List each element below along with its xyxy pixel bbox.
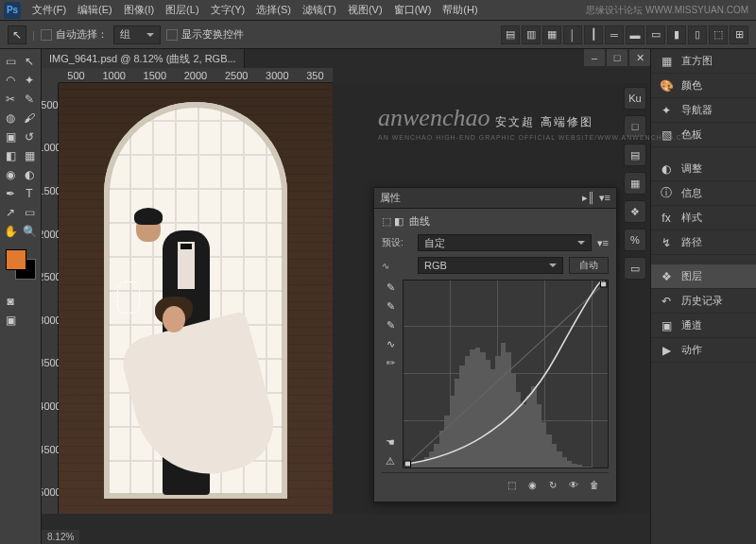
type-tool[interactable]: T: [21, 185, 38, 202]
blur-tool[interactable]: ◉: [2, 166, 19, 183]
panel-tab[interactable]: ⓘ信息: [651, 181, 756, 206]
dock-icon[interactable]: ▭: [624, 257, 646, 280]
hand-point-icon[interactable]: ☚: [382, 434, 399, 450]
foreground-color[interactable]: [6, 249, 26, 270]
move-tool[interactable]: ↖: [21, 53, 38, 70]
auto-select-dropdown[interactable]: 组: [113, 26, 161, 44]
preset-dropdown[interactable]: 自定: [418, 234, 592, 251]
align-icon[interactable]: ▮: [667, 26, 686, 44]
align-icon[interactable]: │: [563, 26, 582, 44]
wand-tool[interactable]: ✦: [21, 72, 38, 89]
align-icon[interactable]: ▬: [626, 26, 644, 44]
path-tool[interactable]: ↗: [2, 204, 19, 221]
auto-button[interactable]: 自动: [569, 257, 609, 274]
brush-tool[interactable]: 🖌: [21, 110, 38, 127]
point-tool-icon[interactable]: ∿: [382, 336, 399, 351]
pen-tool[interactable]: ✒: [2, 185, 19, 202]
panel-tab[interactable]: ▣通道: [651, 314, 756, 338]
heal-tool[interactable]: ◍: [2, 110, 19, 127]
panel-tab[interactable]: ↯路径: [651, 230, 756, 255]
crop-tool[interactable]: ✂: [2, 91, 19, 108]
panel-expand-icon[interactable]: ▸║: [582, 192, 595, 204]
align-icon[interactable]: ▭: [646, 26, 665, 44]
menu-file[interactable]: 文件(F): [26, 1, 72, 19]
zoom-level[interactable]: 8.12%: [42, 530, 79, 544]
stamp-tool[interactable]: ▣: [2, 128, 19, 145]
align-icon[interactable]: ⬚: [709, 26, 728, 44]
menu-select[interactable]: 选择(S): [250, 1, 297, 19]
reset-icon[interactable]: ↻: [544, 477, 561, 492]
clip-icon[interactable]: ⬚: [503, 477, 520, 492]
canvas[interactable]: [59, 83, 333, 514]
svg-line-0: [404, 280, 608, 468]
align-icon[interactable]: ▥: [522, 26, 541, 44]
align-icon[interactable]: ⊞: [730, 26, 748, 44]
preset-menu-icon[interactable]: ▾≡: [597, 237, 609, 249]
minimize-icon[interactable]: –: [584, 49, 605, 66]
gradient-tool[interactable]: ▦: [21, 147, 38, 164]
panel-label: 样式: [681, 211, 702, 225]
eyedropper-black-icon[interactable]: ✎: [382, 280, 399, 295]
svg-rect-1: [404, 461, 410, 467]
channel-dropdown[interactable]: RGB: [418, 257, 563, 274]
panel-icon: ▦: [659, 54, 674, 69]
eyedropper-gray-icon[interactable]: ✎: [382, 298, 399, 314]
panel-tab[interactable]: 🎨颜色: [651, 74, 756, 98]
menu-window[interactable]: 窗口(W): [388, 1, 438, 19]
dock-icon[interactable]: ▦: [624, 172, 646, 195]
watermark-center: anwenchao安文超 高端修图 AN WENCHAO HIGH-END GR…: [378, 104, 695, 141]
panel-tab[interactable]: ▶动作: [651, 338, 756, 363]
curve-graph[interactable]: [403, 280, 609, 468]
pencil-tool-icon[interactable]: ✏: [382, 355, 399, 370]
zoom-tool[interactable]: 🔍: [21, 223, 38, 240]
dock-icon[interactable]: ▤: [624, 144, 646, 166]
show-transform-toggle[interactable]: 显示变换控件: [166, 27, 244, 42]
dock-icon[interactable]: ❖: [624, 200, 646, 223]
panel-tab[interactable]: ◐调整: [651, 157, 756, 181]
svg-rect-2: [600, 281, 606, 287]
toolbox: ▭↖ ◠✦ ✂✎ ◍🖌 ▣↺ ◧▦ ◉◐ ✒T ↗▭ ✋🔍 ◙ ▣: [0, 49, 42, 544]
color-swatches[interactable]: [2, 249, 39, 287]
visibility-icon[interactable]: 👁: [565, 477, 582, 492]
eyedropper-white-icon[interactable]: ✎: [382, 317, 399, 332]
shape-tool[interactable]: ▭: [21, 204, 38, 221]
delete-icon[interactable]: 🗑: [586, 477, 603, 492]
lasso-tool[interactable]: ◠: [2, 72, 19, 89]
align-icon[interactable]: ┃: [584, 26, 603, 44]
prev-adj-icon[interactable]: ◉: [524, 477, 541, 492]
menu-help[interactable]: 帮助(H): [437, 1, 483, 19]
menu-filter[interactable]: 滤镜(T): [297, 1, 342, 19]
menu-edit[interactable]: 编辑(E): [72, 1, 118, 19]
doc-title: IMG_9641.psd @ 8.12% (曲线 2, RGB...: [49, 52, 236, 66]
eraser-tool[interactable]: ◧: [2, 147, 19, 164]
panel-label: 图层: [681, 269, 702, 283]
channel-icon[interactable]: ∿: [382, 261, 412, 271]
align-icon[interactable]: ▯: [688, 26, 707, 44]
screenmode-tool[interactable]: ▣: [2, 312, 19, 329]
dock-icon[interactable]: %: [624, 229, 646, 251]
quickmask-tool[interactable]: ◙: [2, 293, 19, 310]
menu-view[interactable]: 视图(V): [342, 1, 388, 19]
auto-select-toggle[interactable]: 自动选择：: [41, 27, 108, 42]
hand-tool[interactable]: ✋: [2, 223, 19, 240]
menu-image[interactable]: 图像(I): [118, 1, 160, 19]
panel-tab[interactable]: fx样式: [651, 206, 756, 230]
dodge-tool[interactable]: ◐: [21, 166, 38, 183]
history-brush-tool[interactable]: ↺: [21, 128, 38, 145]
move-preset-icon[interactable]: ↖: [8, 26, 26, 44]
options-bar: ↖ | 自动选择： 组 显示变换控件 ▤ ▥ ▦ │ ┃ ═ ▬ ▭ ▮ ▯ ⬚…: [0, 21, 756, 49]
properties-panel: 属性 ▸║▾≡ ⬚ ◧ 曲线 预设: 自定 ▾≡ ∿ RGB 自动 ✎ ✎ ✎ …: [373, 187, 617, 502]
menu-layer[interactable]: 图层(L): [160, 1, 204, 19]
align-icon[interactable]: ▦: [542, 26, 561, 44]
panel-tab[interactable]: ↶历史记录: [651, 289, 756, 314]
align-icon[interactable]: ▤: [501, 26, 520, 44]
menu-type[interactable]: 文字(Y): [205, 1, 251, 19]
panel-tab[interactable]: ▦直方图: [651, 49, 756, 74]
properties-title: 属性: [380, 191, 401, 205]
eyedropper-tool[interactable]: ✎: [21, 91, 38, 108]
marquee-tool[interactable]: ▭: [2, 53, 19, 70]
document-tab[interactable]: IMG_9641.psd @ 8.12% (曲线 2, RGB...: [42, 49, 245, 68]
panel-tab[interactable]: ❖图层: [651, 264, 756, 289]
align-icon[interactable]: ═: [605, 26, 624, 44]
panel-menu-icon[interactable]: ▾≡: [599, 192, 610, 204]
